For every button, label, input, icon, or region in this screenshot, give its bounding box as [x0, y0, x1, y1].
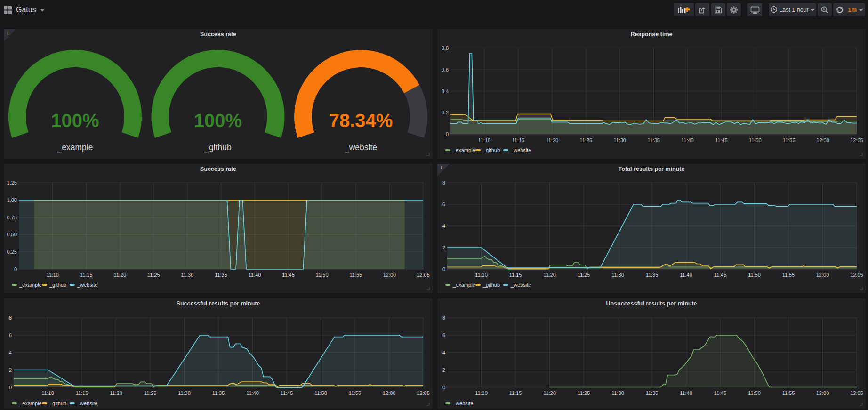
- svg-text:11:45: 11:45: [715, 137, 728, 143]
- svg-text:_website: _website: [510, 282, 531, 288]
- svg-text:0.8: 0.8: [442, 45, 449, 51]
- svg-text:6: 6: [442, 201, 445, 207]
- svg-text:8: 8: [442, 180, 445, 185]
- svg-text:11:15: 11:15: [509, 390, 522, 396]
- svg-text:11:45: 11:45: [714, 272, 727, 278]
- svg-text:11:30: 11:30: [613, 137, 626, 143]
- svg-text:11:20: 11:20: [110, 390, 122, 396]
- svg-text:11:35: 11:35: [215, 272, 227, 278]
- svg-text:11:35: 11:35: [647, 137, 660, 143]
- svg-text:11:45: 11:45: [281, 390, 293, 396]
- svg-text:12:00: 12:00: [816, 137, 829, 143]
- svg-text:11:25: 11:25: [147, 272, 160, 278]
- svg-text:_example: _example: [19, 401, 42, 406]
- svg-text:2: 2: [442, 245, 445, 250]
- svg-text:4: 4: [442, 223, 445, 229]
- svg-text:12:00: 12:00: [816, 272, 829, 278]
- svg-text:11:50: 11:50: [748, 390, 761, 396]
- svg-text:11:10: 11:10: [478, 137, 491, 143]
- svg-text:11:55: 11:55: [349, 390, 362, 396]
- svg-text:11:35: 11:35: [212, 390, 225, 396]
- svg-text:12:05: 12:05: [850, 390, 863, 396]
- svg-text:12:05: 12:05: [417, 390, 430, 396]
- svg-text:_example: _example: [57, 143, 93, 153]
- svg-text:11:25: 11:25: [578, 390, 590, 396]
- svg-text:11:30: 11:30: [178, 390, 191, 396]
- svg-text:_website: _website: [344, 143, 377, 153]
- svg-text:12:05: 12:05: [417, 272, 430, 278]
- svg-text:0.6: 0.6: [442, 67, 449, 72]
- svg-text:11:10: 11:10: [41, 390, 54, 396]
- svg-text:78.34%: 78.34%: [329, 110, 393, 131]
- svg-text:_website: _website: [452, 401, 473, 406]
- svg-text:0.4: 0.4: [442, 88, 449, 94]
- svg-text:11:10: 11:10: [46, 272, 59, 278]
- svg-text:11:50: 11:50: [748, 272, 761, 278]
- svg-text:8: 8: [442, 315, 445, 321]
- svg-text:11:40: 11:40: [246, 390, 259, 396]
- svg-text:11:30: 11:30: [611, 272, 624, 278]
- svg-text:11:30: 11:30: [181, 272, 194, 278]
- svg-text:11:55: 11:55: [783, 137, 796, 143]
- svg-text:11:25: 11:25: [579, 137, 592, 143]
- svg-text:_website: _website: [510, 147, 531, 153]
- svg-text:11:50: 11:50: [314, 390, 327, 396]
- svg-text:_github: _github: [49, 282, 66, 288]
- svg-text:_example: _example: [19, 282, 42, 288]
- svg-text:_github: _github: [482, 282, 500, 288]
- svg-text:11:15: 11:15: [80, 272, 93, 278]
- svg-text:11:35: 11:35: [646, 390, 659, 396]
- svg-text:_example: _example: [452, 147, 475, 153]
- svg-text:0: 0: [442, 385, 445, 390]
- svg-text:0.25: 0.25: [7, 249, 17, 255]
- svg-text:11:20: 11:20: [546, 137, 558, 143]
- svg-text:0: 0: [446, 131, 449, 137]
- svg-text:_github: _github: [204, 143, 231, 153]
- svg-text:11:15: 11:15: [509, 272, 522, 278]
- svg-text:11:40: 11:40: [680, 390, 692, 396]
- svg-text:12:00: 12:00: [383, 272, 396, 278]
- svg-text:12:00: 12:00: [383, 390, 396, 396]
- svg-text:11:45: 11:45: [714, 390, 727, 396]
- svg-text:11:10: 11:10: [475, 272, 488, 278]
- svg-text:12:00: 12:00: [816, 390, 829, 396]
- svg-text:11:10: 11:10: [475, 390, 488, 396]
- svg-text:11:45: 11:45: [282, 272, 295, 278]
- svg-text:12:05: 12:05: [850, 137, 863, 143]
- svg-text:100%: 100%: [51, 110, 99, 131]
- svg-text:_website: _website: [77, 401, 97, 406]
- svg-text:_github: _github: [49, 401, 66, 406]
- svg-text:11:20: 11:20: [543, 272, 556, 278]
- svg-text:0.2: 0.2: [442, 110, 449, 115]
- svg-text:11:25: 11:25: [144, 390, 157, 396]
- svg-text:11:50: 11:50: [749, 137, 762, 143]
- svg-text:11:55: 11:55: [349, 272, 362, 278]
- svg-text:1.00: 1.00: [7, 197, 17, 203]
- svg-text:11:20: 11:20: [543, 390, 556, 396]
- svg-text:_github: _github: [482, 147, 500, 153]
- svg-text:100%: 100%: [194, 110, 242, 131]
- svg-text:0: 0: [9, 385, 12, 390]
- svg-text:2: 2: [442, 367, 445, 373]
- svg-text:0: 0: [442, 266, 445, 272]
- svg-text:11:50: 11:50: [316, 272, 329, 278]
- svg-text:4: 4: [442, 350, 445, 355]
- svg-text:11:30: 11:30: [611, 390, 624, 396]
- svg-text:11:40: 11:40: [249, 272, 261, 278]
- svg-text:12:05: 12:05: [850, 272, 863, 278]
- svg-text:6: 6: [9, 332, 12, 338]
- svg-text:0.50: 0.50: [7, 232, 17, 237]
- svg-text:6: 6: [442, 332, 445, 338]
- svg-text:8: 8: [9, 315, 12, 321]
- svg-text:11:25: 11:25: [578, 272, 590, 278]
- svg-text:0: 0: [14, 266, 17, 272]
- svg-text:_website: _website: [77, 282, 97, 288]
- svg-text:4: 4: [9, 350, 12, 355]
- svg-text:11:40: 11:40: [681, 137, 694, 143]
- svg-text:_example: _example: [452, 282, 475, 288]
- svg-text:1.25: 1.25: [7, 180, 17, 185]
- svg-text:11:55: 11:55: [782, 390, 795, 396]
- svg-text:11:15: 11:15: [76, 390, 88, 396]
- svg-text:11:15: 11:15: [512, 137, 524, 143]
- svg-text:11:55: 11:55: [782, 272, 795, 278]
